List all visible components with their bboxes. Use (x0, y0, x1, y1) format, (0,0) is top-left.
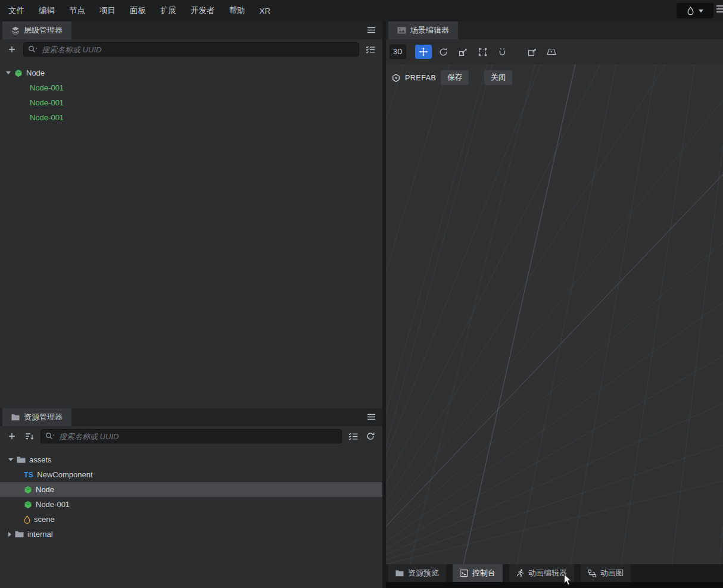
hierarchy-node-row[interactable]: Node-001 (0, 110, 382, 125)
hierarchy-menu-button[interactable] (367, 27, 375, 33)
asset-label: internal (27, 530, 53, 539)
hierarchy-search-row (0, 39, 382, 60)
tab-label: 动画编辑器 (528, 568, 567, 578)
refresh-icon[interactable] (364, 430, 376, 442)
scene-tab-label: 场景编辑器 (410, 25, 449, 36)
gizmo-pivot-icon (498, 48, 507, 57)
menu-item-node[interactable]: 节点 (69, 5, 85, 16)
tab-assets[interactable]: 资源管理器 (2, 408, 71, 426)
bottom-tab-bar: 资源预览 控制台 动画编辑器 (386, 564, 723, 582)
move-tool-button[interactable] (415, 45, 432, 59)
assets-filter-icon[interactable] (347, 430, 359, 442)
node-label: Node (26, 68, 45, 77)
node-label: Node-001 (30, 83, 64, 92)
scene-viewport[interactable]: PREFAB 保存 关闭 (386, 64, 723, 564)
rotate-tool-button[interactable] (435, 45, 451, 59)
prefab-icon (24, 501, 32, 509)
asset-label: assets (29, 455, 52, 464)
left-panel: 层级管理器 (0, 21, 382, 588)
gizmo-pivot-button[interactable] (494, 45, 510, 59)
hierarchy-tab-label: 层级管理器 (24, 25, 63, 36)
move-icon (419, 47, 428, 57)
image-icon (397, 27, 406, 34)
asset-row-node-001[interactable]: Node-001 (0, 497, 382, 512)
tab-console[interactable]: 控制台 (453, 564, 503, 582)
assets-panel-header: 资源管理器 (0, 408, 382, 426)
asset-row-internal[interactable]: internal (0, 527, 382, 542)
viewport-grid (386, 64, 723, 564)
asset-label: NewComponent (37, 470, 92, 479)
tab-hierarchy[interactable]: 层级管理器 (2, 21, 71, 39)
animation-icon (516, 569, 524, 577)
tab-label: 资源预览 (408, 568, 439, 578)
menu-item-xr[interactable]: XR (260, 7, 271, 15)
scale-icon (459, 48, 468, 57)
menu-item-help[interactable]: 帮助 (229, 5, 245, 16)
region-tool-button[interactable] (543, 45, 560, 59)
assets-searchbox (40, 429, 342, 443)
search-icon (45, 432, 55, 440)
hierarchy-filter-icon[interactable] (364, 43, 376, 55)
rect-transform-icon (478, 48, 487, 57)
region-icon (547, 48, 556, 56)
scene-panel-header: 场景编辑器 (386, 21, 723, 39)
chevron-down-icon[interactable] (8, 458, 13, 461)
assets-search-input[interactable] (40, 429, 342, 443)
tab-asset-preview[interactable]: 资源预览 (388, 564, 446, 582)
asset-label: Node-001 (36, 500, 70, 509)
layers-icon (11, 26, 20, 35)
chevron-down-icon (699, 10, 703, 12)
asset-label: scene (34, 515, 55, 524)
droplet-icon (687, 7, 694, 15)
snap-tool-button[interactable] (523, 45, 540, 59)
device-selector-dropdown[interactable] (677, 3, 713, 18)
asset-row-assets[interactable]: assets (0, 452, 382, 467)
hierarchy-panel-header: 层级管理器 (0, 21, 382, 39)
add-asset-button[interactable] (6, 430, 18, 442)
folder-icon (15, 530, 24, 538)
menu-item-panel[interactable]: 面板 (130, 5, 146, 16)
node-label: Node-001 (30, 98, 64, 107)
prefab-icon (24, 486, 32, 494)
hierarchy-root-row[interactable]: Node (0, 65, 382, 80)
menu-item-project[interactable]: 项目 (99, 5, 116, 16)
menu-item-developer[interactable]: 开发者 (191, 5, 215, 16)
assets-search-row (0, 426, 382, 446)
mouse-cursor (563, 574, 572, 586)
mode-3d-button[interactable]: 3D (389, 45, 406, 59)
menu-item-file[interactable]: 文件 (8, 5, 24, 16)
hierarchy-node-row[interactable]: Node-001 (0, 95, 382, 110)
scene-toolbar: 3D (386, 39, 723, 64)
rect-tool-button[interactable] (474, 45, 491, 59)
menu-item-extension[interactable]: 扩展 (160, 5, 176, 16)
chevron-down-icon[interactable] (6, 71, 11, 74)
assets-menu-button[interactable] (367, 414, 375, 420)
tab-scene-editor[interactable]: 场景编辑器 (388, 21, 458, 39)
prefab-bar: PREFAB 保存 关闭 (392, 70, 512, 85)
tab-label: 动画图 (600, 568, 624, 578)
add-node-button[interactable] (6, 43, 18, 55)
asset-row-newcomponent[interactable]: TS NewComponent (0, 467, 382, 482)
hierarchy-tree: Node Node-001 Node-001 Node-001 (0, 60, 382, 125)
sort-icon[interactable] (23, 430, 35, 442)
prefab-save-button[interactable]: 保存 (441, 70, 469, 85)
typescript-icon: TS (24, 471, 33, 479)
tab-label: 控制台 (472, 568, 495, 578)
hierarchy-search-input[interactable] (23, 42, 359, 57)
chevron-right-icon[interactable] (8, 532, 11, 537)
prefab-icon (392, 74, 400, 82)
bottom-strip (386, 582, 723, 588)
snap-icon (528, 48, 537, 57)
folder-icon (11, 414, 20, 421)
asset-row-scene[interactable]: scene (0, 512, 382, 527)
edge-menu-icon[interactable] (716, 5, 723, 17)
hierarchy-node-row[interactable]: Node-001 (0, 80, 382, 95)
tab-animation-graph[interactable]: 动画图 (581, 564, 631, 582)
prefab-close-button[interactable]: 关闭 (484, 70, 512, 85)
menu-item-edit[interactable]: 编辑 (39, 5, 55, 16)
asset-row-node[interactable]: Node (0, 482, 382, 497)
graph-icon (588, 570, 596, 577)
scale-tool-button[interactable] (454, 45, 471, 59)
scene-panel: 场景编辑器 3D (386, 21, 723, 588)
hierarchy-searchbox (23, 42, 359, 57)
